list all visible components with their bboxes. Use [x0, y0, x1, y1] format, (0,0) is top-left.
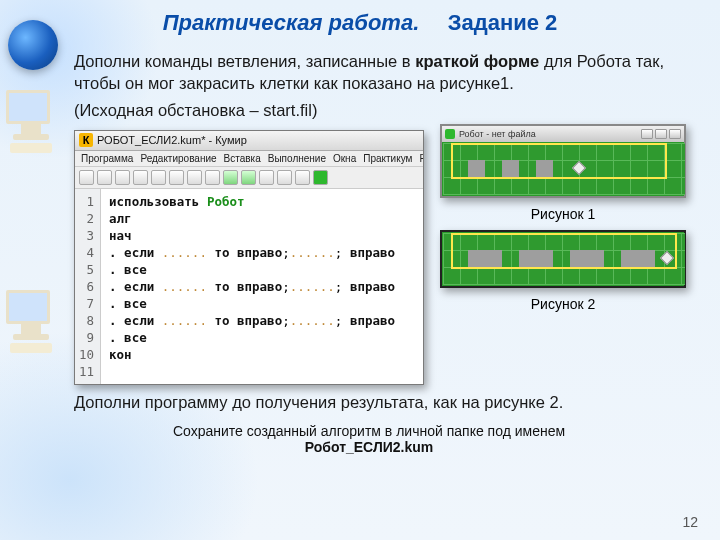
maximize-icon[interactable]: [655, 129, 667, 139]
menu-item[interactable]: Программа: [81, 153, 133, 164]
toolbar-button[interactable]: [133, 170, 148, 185]
robot-marker-icon: [660, 250, 674, 264]
slide-title: Практическая работа. Задание 2: [0, 0, 720, 36]
robot-titlebar: Робот - нет файла: [442, 126, 684, 142]
page-number: 12: [682, 514, 698, 530]
figure-2-caption: Рисунок 2: [531, 296, 595, 312]
robot-button[interactable]: [313, 170, 328, 185]
task-description: Дополни команды ветвления, записанные в …: [74, 50, 664, 95]
toolbar-button[interactable]: [277, 170, 292, 185]
toolbar-button[interactable]: [295, 170, 310, 185]
minimize-icon[interactable]: [641, 129, 653, 139]
robot-window-title: Робот - нет файла: [459, 129, 536, 139]
menu-item[interactable]: Выполнение: [268, 153, 326, 164]
editor-titlebar: К РОБОТ_ЕСЛИ2.kum* - Кумир: [75, 131, 423, 151]
code-area[interactable]: использовать Роботалгнач. если ...... то…: [101, 189, 423, 384]
task-subnote: (Исходная обстановка – start.fil): [74, 101, 664, 120]
robot-grid-2: [443, 233, 685, 285]
line-gutter: 1234567891011: [75, 189, 101, 384]
menu-bar[interactable]: ПрограммаРедактированиеВставкаВыполнение…: [75, 151, 423, 167]
toolbar-button[interactable]: [259, 170, 274, 185]
toolbar-button[interactable]: [79, 170, 94, 185]
save-note-text: Сохраните созданный алгоритм в личной па…: [173, 423, 565, 439]
task-continuation: Дополни программу до получения результат…: [74, 391, 664, 413]
menu-item[interactable]: Редактирование: [140, 153, 216, 164]
window-title: РОБОТ_ЕСЛИ2.kum* - Кумир: [97, 134, 247, 146]
toolbar-button[interactable]: [205, 170, 220, 185]
save-filename: Робот_ЕСЛИ2.kum: [305, 439, 433, 455]
toolbar-button[interactable]: [97, 170, 112, 185]
figure-1-caption: Рисунок 1: [531, 206, 595, 222]
toolbar-button[interactable]: [151, 170, 166, 185]
robot-grid-1: [443, 143, 685, 195]
menu-item[interactable]: Робот: [419, 153, 423, 164]
title-left: Практическая работа.: [163, 10, 420, 35]
close-icon[interactable]: [669, 129, 681, 139]
toolbar-button[interactable]: [115, 170, 130, 185]
title-right: Задание 2: [448, 10, 558, 35]
app-badge-icon: К: [79, 133, 93, 147]
menu-item[interactable]: Окна: [333, 153, 356, 164]
save-note: Сохраните созданный алгоритм в личной па…: [74, 423, 664, 455]
menu-item[interactable]: Практикум: [363, 153, 412, 164]
toolbar[interactable]: [75, 167, 423, 189]
step-button[interactable]: [241, 170, 256, 185]
menu-item[interactable]: Вставка: [224, 153, 261, 164]
toolbar-button[interactable]: [169, 170, 184, 185]
robot-icon: [445, 129, 455, 139]
toolbar-button[interactable]: [187, 170, 202, 185]
robot-field-1: Робот - нет файла: [440, 124, 686, 198]
robot-field-2: [440, 230, 686, 288]
run-button[interactable]: [223, 170, 238, 185]
kumir-editor: К РОБОТ_ЕСЛИ2.kum* - Кумир ПрограммаРеда…: [74, 130, 424, 385]
robot-marker-icon: [572, 160, 586, 174]
